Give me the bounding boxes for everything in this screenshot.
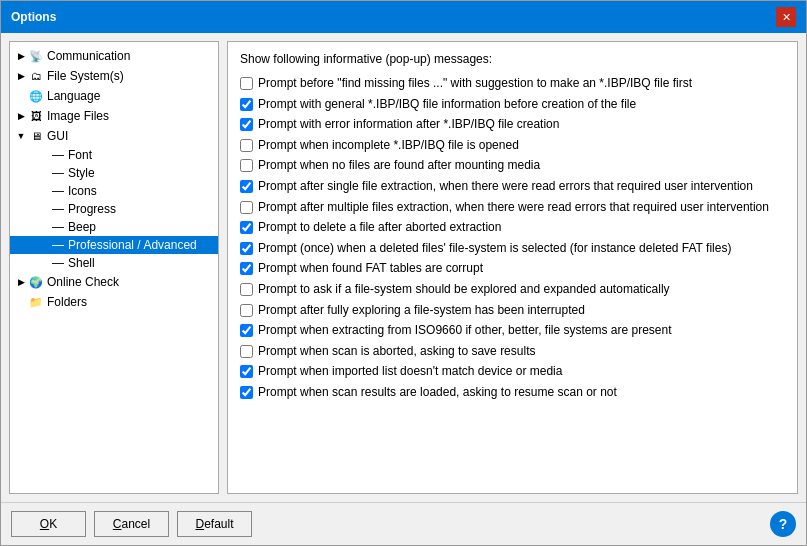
checkbox-cb11[interactable]: [240, 283, 253, 296]
checkbox-row-cb14: Prompt when scan is aborted, asking to s…: [240, 344, 785, 360]
sidebar-label-icons: Icons: [68, 184, 97, 198]
checkbox-label-cb5: Prompt when no files are found after mou…: [258, 158, 540, 174]
sidebar-tree: ▶📡Communication▶🗂File System(s)🌐Language…: [9, 41, 219, 494]
sidebar-label-beep: Beep: [68, 220, 96, 234]
sidebar-label-filesystem: File System(s): [47, 69, 124, 83]
checkbox-cb12[interactable]: [240, 304, 253, 317]
title-bar: Options ✕: [1, 1, 806, 33]
close-button[interactable]: ✕: [776, 7, 796, 27]
checkbox-cb5[interactable]: [240, 159, 253, 172]
tree-toggle-folders: [14, 295, 28, 309]
checkbox-label-cb1: Prompt before "find missing files ..." w…: [258, 76, 692, 92]
sidebar-label-communication: Communication: [47, 49, 130, 63]
checkbox-label-cb9: Prompt (once) when a deleted files' file…: [258, 241, 731, 257]
checkbox-row-cb3: Prompt with error information after *.IB…: [240, 117, 785, 133]
tree-dash-font: —: [52, 148, 68, 162]
sidebar-item-gui[interactable]: ▼🖥GUI: [10, 126, 218, 146]
checkbox-cb16[interactable]: [240, 386, 253, 399]
checkbox-cb8[interactable]: [240, 221, 253, 234]
ok-button[interactable]: OK: [11, 511, 86, 537]
tree-toggle-onlinecheck: ▶: [14, 275, 28, 289]
dialog-title: Options: [11, 10, 56, 24]
tree-toggle-communication: ▶: [14, 49, 28, 63]
tree-toggle-style: [38, 166, 52, 180]
sidebar-label-font: Font: [68, 148, 92, 162]
tree-toggle-gui: ▼: [14, 129, 28, 143]
sidebar-item-communication[interactable]: ▶📡Communication: [10, 46, 218, 66]
checkbox-label-cb12: Prompt after fully exploring a file-syst…: [258, 303, 585, 319]
tree-icon-language: 🌐: [28, 88, 44, 104]
tree-dash-progress: —: [52, 202, 68, 216]
sidebar-item-onlinecheck[interactable]: ▶🌍Online Check: [10, 272, 218, 292]
checkbox-list: Prompt before "find missing files ..." w…: [240, 76, 785, 401]
checkbox-row-cb11: Prompt to ask if a file-system should be…: [240, 282, 785, 298]
sidebar-item-profadv[interactable]: —Professional / Advanced: [10, 236, 218, 254]
dialog-body: ▶📡Communication▶🗂File System(s)🌐Language…: [1, 33, 806, 502]
tree-icon-folders: 📁: [28, 294, 44, 310]
checkbox-label-cb13: Prompt when extracting from ISO9660 if o…: [258, 323, 672, 339]
checkbox-label-cb10: Prompt when found FAT tables are corrupt: [258, 261, 483, 277]
checkbox-row-cb12: Prompt after fully exploring a file-syst…: [240, 303, 785, 319]
tree-icon-onlinecheck: 🌍: [28, 274, 44, 290]
tree-toggle-profadv: [38, 238, 52, 252]
sidebar-label-style: Style: [68, 166, 95, 180]
sidebar-item-folders[interactable]: 📁Folders: [10, 292, 218, 312]
sidebar-label-gui: GUI: [47, 129, 68, 143]
tree-icon-filesystem: 🗂: [28, 68, 44, 84]
tree-toggle-icons: [38, 184, 52, 198]
tree-toggle-imagefiles: ▶: [14, 109, 28, 123]
checkbox-cb9[interactable]: [240, 242, 253, 255]
checkbox-cb3[interactable]: [240, 118, 253, 131]
tree-icon-imagefiles: 🖼: [28, 108, 44, 124]
sidebar-label-folders: Folders: [47, 295, 87, 309]
tree-dash-icons: —: [52, 184, 68, 198]
sidebar-label-profadv: Professional / Advanced: [68, 238, 197, 252]
checkbox-row-cb6: Prompt after single file extraction, whe…: [240, 179, 785, 195]
checkbox-row-cb10: Prompt when found FAT tables are corrupt: [240, 261, 785, 277]
tree-toggle-shell: [38, 256, 52, 270]
checkbox-row-cb4: Prompt when incomplete *.IBP/IBQ file is…: [240, 138, 785, 154]
checkbox-cb13[interactable]: [240, 324, 253, 337]
main-content: Show following informative (pop-up) mess…: [227, 41, 798, 494]
sidebar-item-icons[interactable]: —Icons: [10, 182, 218, 200]
tree-icon-gui: 🖥: [28, 128, 44, 144]
sidebar-item-imagefiles[interactable]: ▶🖼Image Files: [10, 106, 218, 126]
sidebar-item-language[interactable]: 🌐Language: [10, 86, 218, 106]
checkbox-label-cb16: Prompt when scan results are loaded, ask…: [258, 385, 617, 401]
checkbox-label-cb11: Prompt to ask if a file-system should be…: [258, 282, 670, 298]
checkbox-row-cb5: Prompt when no files are found after mou…: [240, 158, 785, 174]
checkbox-row-cb9: Prompt (once) when a deleted files' file…: [240, 241, 785, 257]
help-button[interactable]: ?: [770, 511, 796, 537]
checkbox-label-cb15: Prompt when imported list doesn't match …: [258, 364, 562, 380]
tree-dash-style: —: [52, 166, 68, 180]
sidebar-item-filesystem[interactable]: ▶🗂File System(s): [10, 66, 218, 86]
checkbox-row-cb16: Prompt when scan results are loaded, ask…: [240, 385, 785, 401]
tree-toggle-beep: [38, 220, 52, 234]
checkbox-cb2[interactable]: [240, 98, 253, 111]
checkbox-cb15[interactable]: [240, 365, 253, 378]
checkbox-cb14[interactable]: [240, 345, 253, 358]
default-button[interactable]: Default: [177, 511, 252, 537]
sidebar-label-onlinecheck: Online Check: [47, 275, 119, 289]
checkbox-label-cb3: Prompt with error information after *.IB…: [258, 117, 559, 133]
sidebar-label-progress: Progress: [68, 202, 116, 216]
footer: OK Cancel Default ?: [1, 502, 806, 545]
sidebar-item-style[interactable]: —Style: [10, 164, 218, 182]
tree-toggle-progress: [38, 202, 52, 216]
sidebar-item-progress[interactable]: —Progress: [10, 200, 218, 218]
tree-dash-beep: —: [52, 220, 68, 234]
sidebar-item-shell[interactable]: —Shell: [10, 254, 218, 272]
checkbox-row-cb2: Prompt with general *.IBP/IBQ file infor…: [240, 97, 785, 113]
checkbox-cb7[interactable]: [240, 201, 253, 214]
checkbox-row-cb8: Prompt to delete a file after aborted ex…: [240, 220, 785, 236]
checkbox-cb4[interactable]: [240, 139, 253, 152]
tree-toggle-language: [14, 89, 28, 103]
checkbox-cb6[interactable]: [240, 180, 253, 193]
sidebar-item-beep[interactable]: —Beep: [10, 218, 218, 236]
sidebar-label-shell: Shell: [68, 256, 95, 270]
checkbox-cb1[interactable]: [240, 77, 253, 90]
cancel-button[interactable]: Cancel: [94, 511, 169, 537]
tree-icon-communication: 📡: [28, 48, 44, 64]
checkbox-cb10[interactable]: [240, 262, 253, 275]
sidebar-item-font[interactable]: —Font: [10, 146, 218, 164]
